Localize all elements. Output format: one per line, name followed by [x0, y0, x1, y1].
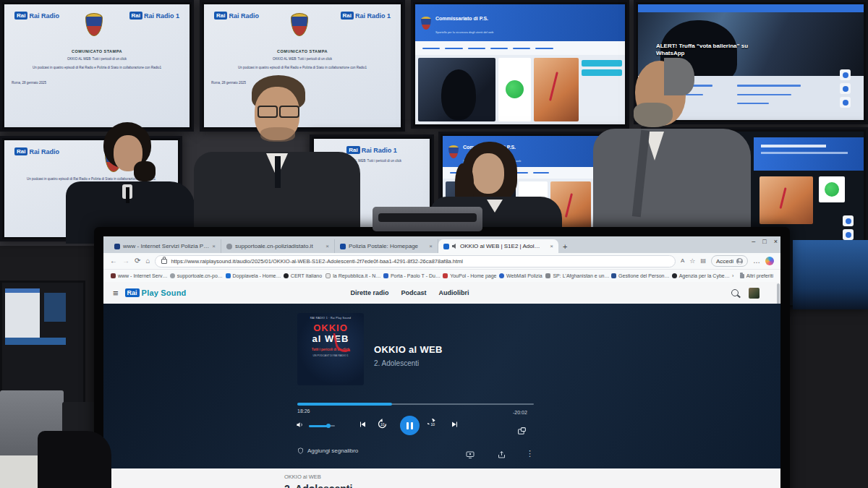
window-maximize-button[interactable]: □ [762, 238, 766, 245]
foreground-monitor: www - Internet Servizi Polizia P… × supp… [94, 227, 790, 488]
bookmark-item[interactable]: supportoale.cn-po… [170, 273, 219, 278]
window-minimize-button[interactable]: – [752, 238, 755, 245]
progress-fill [297, 403, 392, 406]
bookmark-item[interactable]: SP: L'Afghanistan e un… [545, 273, 605, 278]
tab-close-icon[interactable]: × [550, 243, 553, 249]
bookmark-item[interactable]: Gestione del Person… [611, 273, 665, 278]
press-room-scene: RaiRai Radio RaiRai Radio 1 COMUNICATO S… [0, 0, 868, 488]
ballerina-card [760, 176, 813, 224]
remaining-time: -20:02 [513, 410, 527, 415]
favorites-star-icon[interactable]: ☆ [689, 258, 695, 265]
tab-close-icon[interactable]: × [326, 243, 329, 249]
person-man-suit [593, 58, 751, 247]
person-policewoman [61, 119, 199, 244]
browser-tab-3[interactable]: Polizia Postale: Homepage × [335, 239, 438, 253]
social-badges [843, 215, 854, 240]
kebab-menu-icon[interactable]: ⋮ [526, 449, 534, 458]
episode-show-title: OKKIO al WEB [374, 344, 443, 355]
nav-podcast[interactable]: Podcast [401, 289, 427, 296]
bookmark-item[interactable]: Porta - Paolo T - Du… [383, 273, 436, 278]
person-man-glasses [194, 71, 360, 244]
bookmark-favicon [226, 273, 231, 278]
whatsapp-card [498, 58, 531, 121]
whatsapp-icon [825, 182, 839, 197]
episode-name: 2. Adolescenti [374, 359, 443, 367]
bookmark-item[interactable]: Agenzia per la Cybe… [672, 273, 726, 278]
previous-track-icon[interactable] [358, 420, 367, 429]
rai-radio1-logo: RaiRai Radio 1 [341, 12, 391, 20]
press-line2: Un podcast in quattro episodi di Rai Rad… [213, 66, 392, 71]
next-track-icon[interactable] [451, 420, 459, 429]
search-icon[interactable] [731, 289, 739, 296]
add-bookmark-button[interactable]: Aggiungi segnalibro [297, 447, 358, 455]
read-aloud-icon[interactable]: A [681, 258, 684, 264]
forward-10-icon[interactable]: 10 [427, 419, 438, 429]
bookmarks-overflow-chevron[interactable]: › [732, 273, 733, 278]
share-icon[interactable] [497, 450, 506, 459]
pause-button[interactable] [400, 416, 420, 435]
browser-tab-1[interactable]: www - Internet Servizi Polizia P… × [109, 239, 221, 253]
press-line2: Un podcast in quattro episodi di Rai Rad… [13, 66, 181, 71]
accedi-button[interactable]: Accedi [711, 255, 748, 267]
user-avatar[interactable] [749, 288, 760, 299]
alert-headline: ALERT! Truffa “vota ballerina” su WhatsA… [656, 43, 773, 57]
bookmark-favicon [284, 273, 289, 278]
window-close-button[interactable]: × [774, 238, 778, 245]
nav-dirette-radio[interactable]: Dirette radio [351, 289, 389, 296]
url-text: https://www.raiplaysound.it/audio/2025/0… [171, 258, 463, 265]
bookmark-favicon [545, 273, 550, 278]
polizia-crest-icon [291, 13, 308, 36]
menu-icon[interactable]: ≡ [113, 288, 119, 299]
picture-in-picture-icon[interactable] [517, 427, 527, 436]
whatsapp-card [819, 176, 845, 202]
site-nav [415, 41, 625, 54]
episode-title-large: 2. Adolescenti [284, 483, 780, 488]
bookmark-favicon [499, 273, 504, 278]
tab-close-icon[interactable]: × [212, 243, 216, 249]
seek-bar[interactable] [297, 403, 534, 405]
collections-icon[interactable]: ▤ [700, 258, 706, 264]
rewind-10-icon[interactable]: 10 [377, 419, 388, 429]
rai-radio-logo: RaiRai Radio [14, 147, 59, 155]
tab-close-icon[interactable]: × [429, 243, 433, 249]
polizia-crest-icon [85, 13, 103, 36]
site-subtitle: Sportello per la sicurezza degli utenti … [435, 30, 493, 34]
nav-audiolibri[interactable]: Audiolibri [439, 289, 469, 296]
bookmark-item[interactable]: la Repubblica.it - N… [326, 273, 377, 278]
home-icon[interactable]: ⌂ [145, 257, 150, 265]
rai-radio-logo: RaiRai Radio [214, 12, 259, 20]
new-tab-button[interactable]: + [563, 242, 567, 251]
copilot-icon[interactable] [765, 257, 774, 265]
bookmark-favicon [326, 273, 331, 278]
rai-radio1-logo: RaiRai Radio 1 [129, 12, 179, 20]
rai-radio-logo: RaiRai Radio [14, 12, 59, 20]
bookmark-item[interactable]: YouPol - Home page [443, 273, 493, 278]
browser-tab-2[interactable]: supportoale.cn-poliziadistato.it × [221, 239, 335, 253]
bookmark-item[interactable]: www - Internet Serv… [111, 273, 163, 278]
press-line1: OKKIO AL WEB: Tutti i pericoli di un cli… [13, 57, 181, 62]
refresh-icon[interactable]: ⟳ [135, 257, 140, 265]
bookmark-item[interactable]: Doppiavela - Home… [226, 273, 277, 278]
volume-slider[interactable] [309, 425, 335, 427]
whatsapp-icon [506, 80, 524, 98]
other-favorites[interactable]: Altri preferiti [740, 273, 773, 278]
raiplaysound-logo[interactable]: Rai Play Sound [125, 288, 187, 297]
bookmark-favicon [170, 273, 175, 278]
volume-fill [309, 425, 328, 427]
polizia-postale-favicon [340, 244, 346, 249]
bookmark-shield-icon [297, 447, 304, 455]
settings-more-icon[interactable]: … [753, 257, 760, 265]
globe-favicon [226, 244, 232, 249]
forward-icon[interactable]: → [122, 257, 129, 265]
svg-text:10: 10 [430, 422, 435, 427]
polizia-crest-icon [421, 17, 431, 30]
address-bar[interactable]: https://www.raiplaysound.it/audio/2025/0… [155, 255, 676, 267]
bookmark-item[interactable]: CERT Italiano [284, 273, 319, 278]
browser-tab-active[interactable]: OKKIO al WEB | S1E2 | Adol… × [438, 239, 558, 253]
back-icon[interactable]: ← [110, 257, 117, 265]
tab-strip: www - Internet Servizi Polizia P… × supp… [103, 236, 780, 253]
volume-icon[interactable] [296, 421, 304, 429]
cast-to-screen-icon[interactable] [465, 450, 475, 459]
raiplaysound-header: ≡ Rai Play Sound Dirette radio Podcast A… [103, 282, 780, 304]
bookmark-item[interactable]: WebMail Polizia [499, 273, 539, 278]
